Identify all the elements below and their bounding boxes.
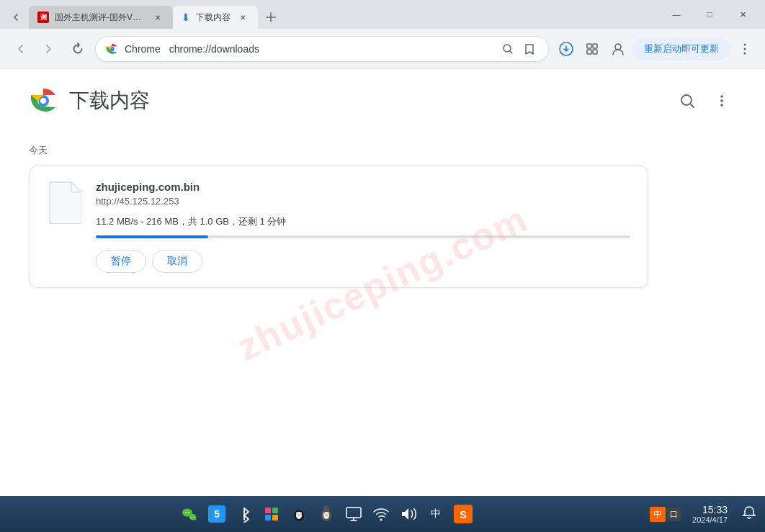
cancel-button[interactable]: 取消: [152, 250, 202, 273]
svg-rect-28: [272, 515, 278, 520]
taskbar-monitor[interactable]: [342, 502, 365, 526]
taskbar-wechat[interactable]: [178, 502, 201, 526]
download-status: 11.2 MB/s - 216 MB，共 1.0 GB，还剩 1 分钟: [96, 215, 630, 228]
svg-point-18: [720, 99, 723, 102]
download-info: zhujiceping.com.bin http://45.125.12.253…: [96, 181, 630, 273]
section-today: 今天: [29, 144, 736, 157]
toolbar-actions: 重新启动即可更新: [555, 37, 756, 60]
tab1-close[interactable]: ✕: [151, 11, 164, 24]
extensions-btn[interactable]: [581, 37, 604, 60]
svg-point-34: [300, 513, 302, 514]
page-header: 下载内容: [29, 86, 736, 121]
svg-rect-45: [346, 508, 361, 518]
download-icon-btn[interactable]: [555, 37, 578, 60]
taskbar-volume[interactable]: [397, 502, 420, 526]
clock[interactable]: 15:33 2024/4/17: [686, 502, 733, 526]
menu-btn[interactable]: [733, 37, 756, 60]
taskbar-app2[interactable]: 5: [205, 502, 228, 526]
ime-tray: 中 口: [650, 507, 681, 522]
svg-point-43: [325, 515, 328, 516]
pause-button[interactable]: 暂停: [96, 250, 146, 273]
svg-point-35: [298, 515, 300, 516]
svg-point-23: [191, 517, 192, 518]
tab1-title: 国外主机测评-国外VPS、国...: [55, 12, 146, 24]
svg-point-42: [328, 513, 329, 514]
svg-point-33: [297, 513, 298, 514]
taskbar-wifi[interactable]: [370, 502, 393, 526]
more-actions-button[interactable]: [707, 86, 736, 115]
svg-rect-4: [587, 44, 591, 48]
ime-indicator-box[interactable]: 口: [667, 508, 681, 521]
window-controls: — □ ✕: [654, 0, 765, 29]
svg-rect-26: [272, 508, 278, 513]
update-button[interactable]: 重新启动即可更新: [632, 37, 730, 60]
svg-point-11: [744, 52, 746, 54]
address-actions: [498, 39, 540, 59]
close-button[interactable]: ✕: [726, 4, 759, 25]
notification-button[interactable]: [739, 502, 759, 526]
reload-button[interactable]: [66, 37, 89, 60]
svg-rect-25: [265, 508, 271, 513]
tab-2[interactable]: ⬇ 下载内容 ✕: [173, 6, 258, 29]
clock-date: 2024/4/17: [692, 515, 728, 524]
bookmark-btn[interactable]: [519, 39, 540, 59]
svg-point-10: [744, 48, 746, 50]
tab2-close[interactable]: ✕: [236, 11, 249, 24]
content-area: zhujiceping.com 下载内容 今天: [0, 69, 765, 496]
new-tab-button[interactable]: [261, 7, 281, 27]
taskbar-sogou[interactable]: S: [452, 502, 475, 526]
tabs-area: 测 国外主机测评-国外VPS、国... ✕ ⬇ 下载内容 ✕: [6, 0, 654, 29]
download-filename: zhujiceping.com.bin: [96, 181, 630, 193]
svg-point-16: [681, 95, 692, 105]
address-url: chrome://downloads: [169, 43, 259, 55]
title-bar: 测 国外主机测评-国外VPS、国... ✕ ⬇ 下载内容 ✕ — □ ✕: [0, 0, 765, 29]
tab2-favicon: ⬇: [182, 12, 190, 23]
taskbar-icons: 5: [6, 502, 647, 526]
page-actions: [673, 86, 736, 115]
chrome-favicon: [104, 42, 119, 56]
svg-rect-6: [587, 50, 591, 54]
taskbar-right: 中 口 15:33 2024/4/17: [650, 502, 759, 526]
address-brand: Chrome: [125, 43, 161, 55]
taskbar-penguin1[interactable]: [287, 502, 310, 526]
svg-point-21: [185, 512, 187, 513]
download-url: http://45.125.12.253: [96, 196, 630, 207]
file-icon: [47, 181, 81, 224]
svg-point-24: [193, 517, 194, 518]
svg-point-15: [40, 98, 46, 104]
clock-time: 15:33: [692, 504, 728, 515]
svg-point-8: [615, 44, 621, 50]
svg-point-44: [323, 505, 329, 511]
svg-point-9: [744, 43, 746, 45]
svg-point-46: [380, 519, 382, 521]
svg-point-22: [188, 512, 189, 513]
address-bar[interactable]: Chrome chrome://downloads: [95, 36, 549, 62]
svg-point-19: [720, 104, 723, 107]
taskbar-penguin2[interactable]: [315, 502, 338, 526]
address-bar-area: Chrome chrome://downloads 重新启动即可更新: [0, 29, 765, 69]
progress-bar-fill: [96, 235, 208, 238]
taskbar-colorful[interactable]: [260, 502, 283, 526]
ime-indicator-zh[interactable]: 中: [650, 507, 666, 522]
tab2-title: 下载内容: [196, 12, 231, 24]
progress-bar-container: [96, 235, 630, 238]
taskbar-bluetooth[interactable]: [233, 502, 256, 526]
search-address-btn[interactable]: [498, 39, 518, 59]
maximize-button[interactable]: □: [693, 4, 726, 25]
search-button[interactable]: [673, 86, 702, 115]
profile-btn[interactable]: [607, 37, 630, 60]
address-text: Chrome chrome://downloads: [125, 43, 492, 55]
chrome-logo: [29, 86, 58, 115]
page-title-area: 下载内容: [29, 86, 150, 115]
svg-rect-27: [265, 515, 271, 520]
download-actions: 暂停 取消: [96, 250, 630, 273]
taskbar-ime-zh[interactable]: 中: [424, 502, 447, 526]
minimize-button[interactable]: —: [660, 4, 693, 25]
tab-1[interactable]: 测 国外主机测评-国外VPS、国... ✕: [29, 6, 173, 29]
ime-zh-label: 中: [431, 508, 441, 520]
back-arrow[interactable]: [6, 7, 26, 27]
download-card: zhujiceping.com.bin http://45.125.12.253…: [29, 166, 648, 288]
back-button[interactable]: [9, 37, 32, 60]
forward-button[interactable]: [37, 37, 61, 60]
svg-rect-7: [593, 50, 597, 54]
